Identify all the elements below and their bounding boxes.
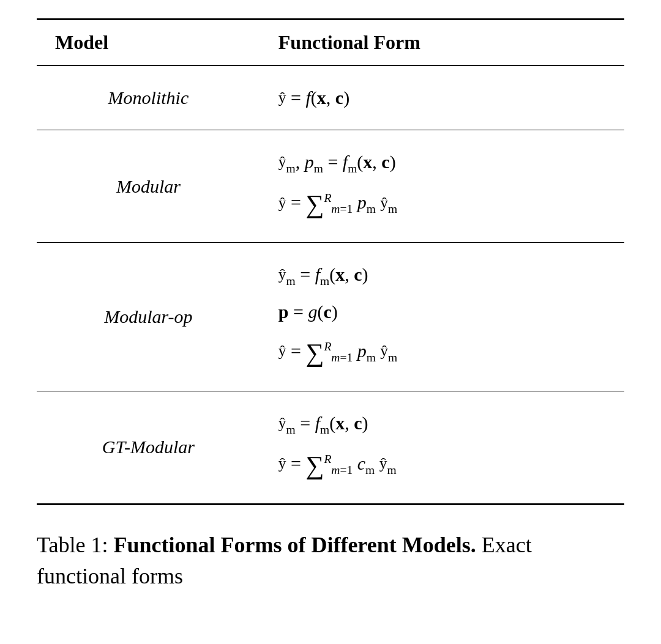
caption-bold-text: Functional Forms of Different Models. (113, 533, 476, 557)
model-name-monolithic: Monolithic (37, 65, 260, 130)
formula-monolithic: ŷ = f(x, c) (260, 65, 624, 130)
table-row: GT-Modular ŷm = fm(x, c) ŷ = ∑Rm=1 cm ŷm (37, 391, 624, 504)
table-row: Monolithic ŷ = f(x, c) (37, 65, 624, 130)
table-row: Modular-op ŷm = fm(x, c) p = g(c) ŷ = ∑R… (37, 243, 624, 391)
table-caption: Table 1: Functional Forms of Different M… (37, 530, 624, 591)
models-table: Model Functional Form Monolithic ŷ = f(x… (37, 18, 624, 505)
formula-modular: ŷm, pm = fm(x, c) ŷ = ∑Rm=1 pm ŷm (260, 130, 624, 243)
formula-modular-op: ŷm = fm(x, c) p = g(c) ŷ = ∑Rm=1 pm ŷm (260, 243, 624, 391)
main-table-container: Model Functional Form Monolithic ŷ = f(x… (37, 18, 624, 505)
model-name-modular-op: Modular-op (37, 243, 260, 391)
formula-gt-modular: ŷm = fm(x, c) ŷ = ∑Rm=1 cm ŷm (260, 391, 624, 504)
model-name-modular: Modular (37, 130, 260, 243)
table-row: Modular ŷm, pm = fm(x, c) ŷ = ∑Rm=1 pm ŷ… (37, 130, 624, 243)
model-name-gt-modular: GT-Modular (37, 391, 260, 504)
caption-prefix: Table 1: (37, 533, 113, 557)
functional-form-column-header: Functional Form (260, 20, 624, 66)
model-column-header: Model (37, 20, 260, 66)
